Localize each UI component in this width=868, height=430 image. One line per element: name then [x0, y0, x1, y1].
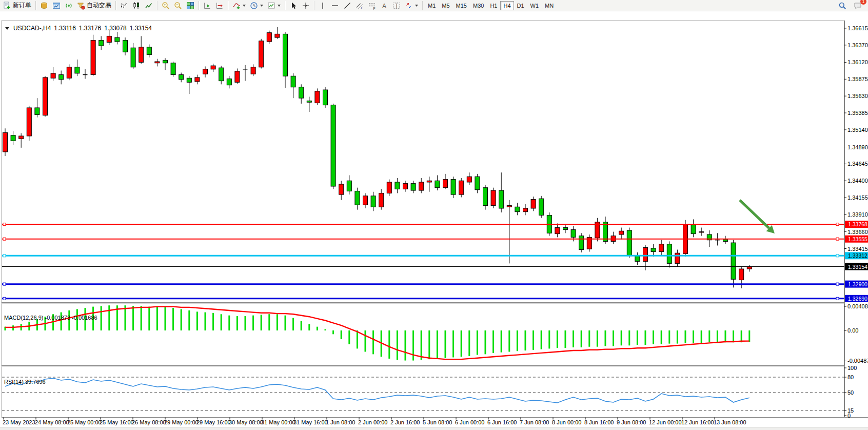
templates-button[interactable]	[265, 1, 283, 11]
timeframe-group: M1M5M15M30H1H4D1W1MN	[425, 1, 557, 10]
auto-trading-label: 自动交易	[87, 1, 111, 10]
timeframe-M5[interactable]: M5	[439, 1, 452, 10]
rsi-indicator-label: RSI(14) 39.7696	[4, 379, 46, 385]
time-axis[interactable]	[2, 417, 844, 427]
rsi-pane[interactable]	[2, 366, 844, 417]
toolbar-separator	[199, 1, 199, 10]
market-watch-button[interactable]	[50, 1, 63, 11]
cursor-icon	[289, 2, 298, 10]
cursor-tool-button[interactable]	[287, 1, 300, 11]
auto-scroll-button[interactable]	[201, 1, 213, 11]
zoom-in-icon	[162, 2, 170, 10]
toolbar-separator	[157, 1, 157, 10]
open-value: 1.33116	[54, 25, 76, 32]
symbol-dropdown-icon[interactable]	[5, 27, 9, 30]
bar-chart-icon	[120, 2, 128, 10]
text-tool-button[interactable]: A	[378, 1, 390, 11]
templates-dropdown-caret	[278, 5, 281, 7]
candlestick-chart-icon	[132, 2, 141, 10]
toolbar-separator	[422, 1, 423, 10]
line-chart-button[interactable]	[143, 1, 155, 11]
vertical-line-icon	[319, 2, 327, 10]
periods-dropdown-caret	[260, 5, 263, 7]
chart-header: USDCAD-,H4 1.33116 1.33176 1.33078 1.331…	[5, 25, 152, 32]
price-axis[interactable]	[844, 22, 868, 417]
toolbar-separator	[115, 1, 116, 10]
clock-icon	[250, 2, 258, 10]
timeframe-D1[interactable]: D1	[514, 1, 527, 10]
rsi-name: RSI(14)	[4, 379, 24, 385]
mt4-terminal: 新订单 自动交易	[0, 0, 868, 430]
timeframe-H1[interactable]: H1	[487, 1, 500, 10]
line-chart-icon	[145, 2, 153, 10]
text-label-icon: T	[392, 2, 401, 10]
text-label-tool-button[interactable]: T	[390, 1, 403, 11]
profiles-button[interactable]	[38, 1, 50, 11]
periods-button[interactable]	[248, 1, 265, 11]
indicators-icon	[232, 2, 241, 10]
zoom-out-icon	[174, 2, 182, 10]
tile-windows-icon	[186, 2, 194, 10]
svg-text:A: A	[382, 2, 386, 9]
search-icon	[838, 2, 846, 10]
timeframe-H4[interactable]: H4	[500, 1, 514, 10]
timeframe-M1[interactable]: M1	[425, 1, 439, 10]
profiles-icon	[40, 2, 48, 10]
macd-indicator-label: MACD(12,26,9) -0.001873 -0.001686	[4, 315, 97, 321]
new-order-icon	[3, 2, 11, 10]
high-value: 1.33176	[79, 25, 101, 32]
timeframe-M15[interactable]: M15	[453, 1, 470, 10]
templates-icon	[267, 2, 275, 10]
zoom-out-button[interactable]	[172, 1, 184, 11]
arrows-tool-button[interactable]	[403, 1, 420, 11]
fibonacci-tool-button[interactable]: F	[366, 1, 378, 11]
main-price-pane[interactable]	[2, 22, 844, 302]
macd-signal-value: -0.001686	[72, 315, 97, 321]
close-value: 1.33154	[130, 25, 152, 32]
text-icon: A	[380, 2, 388, 10]
rsi-value: 39.7696	[25, 379, 46, 385]
market-watch-icon	[52, 2, 61, 10]
timeframe-MN[interactable]: MN	[542, 1, 557, 10]
vertical-line-tool-button[interactable]	[317, 1, 329, 11]
new-order-button[interactable]: 新订单	[1, 1, 33, 11]
svg-text:E: E	[361, 6, 364, 10]
horizontal-line-icon	[331, 2, 339, 10]
arrows-dropdown-caret	[415, 5, 418, 7]
symbol-period-label: USDCAD-,H4	[13, 25, 51, 32]
channel-tool-button[interactable]: E	[353, 1, 366, 11]
indicators-dropdown-caret	[243, 5, 246, 7]
toolbar-separator	[35, 1, 36, 10]
fibonacci-icon: F	[368, 2, 376, 10]
macd-pane[interactable]	[2, 304, 844, 365]
crosshair-tool-button[interactable]	[300, 1, 312, 11]
chart-shift-button[interactable]	[213, 1, 226, 11]
toolbar-separator	[228, 1, 228, 10]
toolbar: 新订单 自动交易	[0, 0, 868, 11]
timeframe-W1[interactable]: W1	[527, 1, 542, 10]
notification-badge[interactable]: 1	[860, 0, 866, 5]
svg-text:F: F	[373, 6, 376, 10]
navigator-button[interactable]	[63, 1, 75, 11]
arrows-icon	[405, 2, 413, 10]
candlestick-chart-button[interactable]	[130, 1, 143, 11]
trendline-tool-button[interactable]	[341, 1, 353, 11]
search-button[interactable]	[836, 1, 849, 11]
auto-trading-icon	[77, 2, 85, 10]
timeframe-M30[interactable]: M30	[470, 1, 487, 10]
indicators-button[interactable]	[230, 1, 248, 11]
bar-chart-button[interactable]	[118, 1, 130, 11]
window-bottom-edge	[0, 427, 868, 430]
low-value: 1.33078	[104, 25, 126, 32]
svg-text:T: T	[395, 3, 398, 9]
tile-windows-button[interactable]	[184, 1, 196, 11]
new-order-label: 新订单	[13, 1, 31, 10]
chart-window: 1.366151.363701.361201.358751.356301.353…	[0, 11, 868, 430]
macd-name: MACD(12,26,9)	[4, 315, 43, 321]
zoom-in-button[interactable]	[160, 1, 172, 11]
horizontal-line-tool-button[interactable]	[329, 1, 341, 11]
toolbar-separator	[314, 1, 314, 10]
auto-scroll-icon	[203, 2, 211, 10]
auto-trading-button[interactable]: 自动交易	[75, 1, 113, 11]
channel-icon: E	[356, 2, 364, 10]
